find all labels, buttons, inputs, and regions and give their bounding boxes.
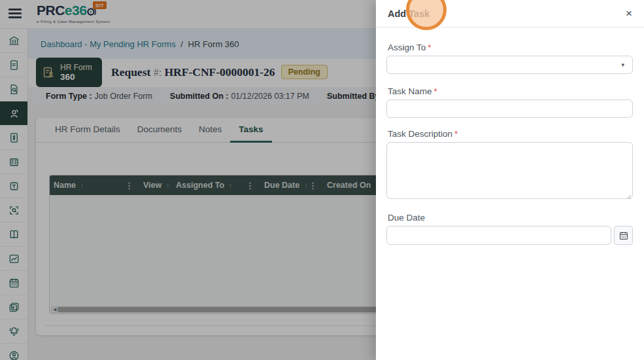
close-icon[interactable]: × [626, 8, 632, 19]
task-description-textarea[interactable] [386, 142, 633, 199]
required-marker: * [434, 86, 437, 96]
task-description-label: Task Description* [388, 129, 633, 139]
calendar-button[interactable] [614, 226, 633, 245]
calendar-icon [619, 231, 628, 240]
add-task-drawer: Add Task × Assign To* ▾ Task Name* Task … [376, 0, 644, 360]
required-marker: * [428, 43, 431, 52]
task-name-label: Task Name* [388, 86, 633, 96]
chevron-down-icon: ▾ [621, 62, 624, 68]
due-date-input[interactable] [386, 226, 611, 245]
assign-to-dropdown[interactable]: ▾ [386, 56, 633, 74]
drawer-header: Add Task × [376, 0, 644, 27]
task-name-input[interactable] [386, 99, 633, 118]
modal-backdrop[interactable] [0, 0, 376, 360]
assign-to-label: Assign To* [388, 43, 633, 52]
required-marker: * [454, 129, 458, 139]
drawer-body: Assign To* ▾ Task Name* Task Description… [376, 27, 644, 245]
drawer-title: Add Task [388, 9, 430, 19]
due-date-label: Due Date [388, 213, 633, 223]
